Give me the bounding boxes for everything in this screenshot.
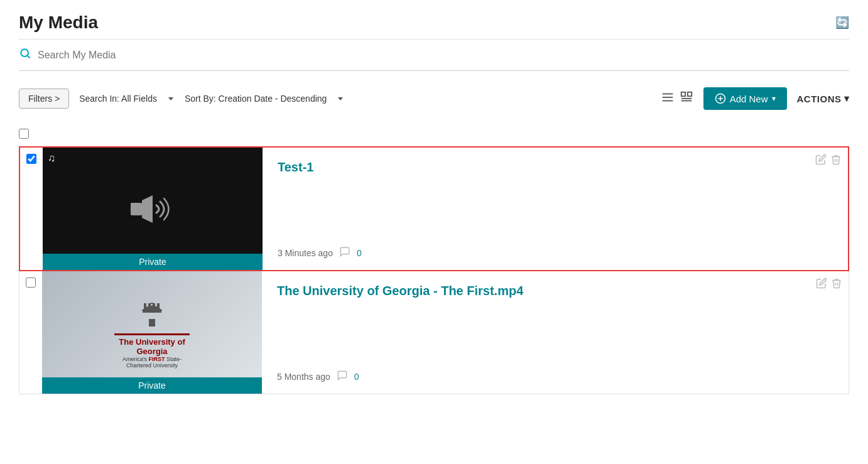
svg-rect-14: [131, 203, 142, 215]
item1-checkbox[interactable]: [26, 154, 36, 164]
actions-button[interactable]: ACTIONS ▾: [797, 93, 850, 104]
media-item: The University of Georgia America's FIRS…: [19, 271, 849, 394]
uga-building-icon: [136, 297, 168, 328]
filters-button[interactable]: Filters >: [19, 89, 69, 109]
media-item: ♫ Private Test-1 3 Minutes ago: [19, 146, 849, 271]
item2-comment-icon: [337, 370, 348, 384]
add-new-button[interactable]: Add New ▾: [703, 87, 787, 110]
select-all-row: [19, 126, 849, 146]
item2-checkbox[interactable]: [26, 278, 36, 288]
add-new-label: Add New: [730, 94, 768, 104]
svg-rect-8: [687, 92, 691, 95]
svg-rect-7: [681, 92, 685, 95]
item1-title[interactable]: Test-1: [278, 160, 803, 175]
speaker-icon: [127, 190, 178, 228]
search-icon: [19, 47, 31, 63]
item2-checkbox-wrapper: [19, 271, 42, 394]
music-note-icon: ♫: [48, 153, 55, 164]
detail-view-icon[interactable]: [680, 90, 693, 107]
item1-meta: 3 Minutes ago 0: [278, 246, 803, 260]
list-view-icon[interactable]: [661, 90, 675, 107]
item1-privacy-label: Private: [43, 254, 263, 270]
item1-edit-icon[interactable]: [815, 154, 827, 168]
item1-thumbnail: ♫ Private: [43, 148, 263, 270]
item1-comment-icon: [339, 246, 350, 260]
sort-chevron-icon[interactable]: [337, 95, 344, 102]
svg-marker-2: [168, 97, 173, 100]
item2-actions: [816, 271, 849, 394]
actions-label: ACTIONS: [797, 94, 842, 104]
item1-time: 3 Minutes ago: [278, 248, 333, 258]
svg-line-1: [28, 56, 30, 58]
svg-point-0: [21, 49, 28, 57]
refresh-icon[interactable]: 🔄: [835, 16, 849, 30]
item2-privacy-label: Private: [42, 377, 262, 394]
item2-thumbnail: The University of Georgia America's FIRS…: [42, 271, 262, 394]
item2-meta: 5 Months ago 0: [277, 370, 803, 384]
search-in-chevron-icon[interactable]: [167, 95, 175, 102]
page-title: My Media: [19, 13, 98, 33]
item2-title[interactable]: The University of Georgia - The First.mp…: [277, 284, 803, 298]
svg-marker-15: [142, 195, 153, 223]
add-new-icon: [715, 93, 726, 104]
add-new-chevron-icon: ▾: [772, 94, 776, 103]
item2-delete-icon[interactable]: [831, 278, 842, 292]
item1-actions: [815, 148, 848, 270]
sort-label: Sort By: Creation Date - Descending: [185, 94, 327, 104]
uga-logo: The University of Georgia America's FIRS…: [114, 297, 190, 369]
item1-info: Test-1 3 Minutes ago 0: [263, 148, 815, 270]
item1-delete-icon[interactable]: [830, 154, 842, 168]
item2-info: The University of Georgia - The First.mp…: [262, 271, 816, 394]
svg-marker-3: [338, 97, 343, 100]
svg-rect-16: [149, 319, 155, 326]
search-input[interactable]: [38, 50, 849, 61]
item1-comment-count: 0: [357, 248, 362, 258]
item2-time: 5 Months ago: [277, 372, 330, 382]
select-all-checkbox[interactable]: [19, 129, 29, 139]
actions-chevron-icon: ▾: [844, 93, 850, 104]
item2-comment-count: 0: [354, 372, 359, 382]
search-in-label: Search In: All Fields: [79, 94, 157, 104]
media-list: ♫ Private Test-1 3 Minutes ago: [19, 126, 849, 394]
item2-edit-icon[interactable]: [816, 278, 827, 292]
item1-checkbox-wrapper: [20, 148, 43, 270]
